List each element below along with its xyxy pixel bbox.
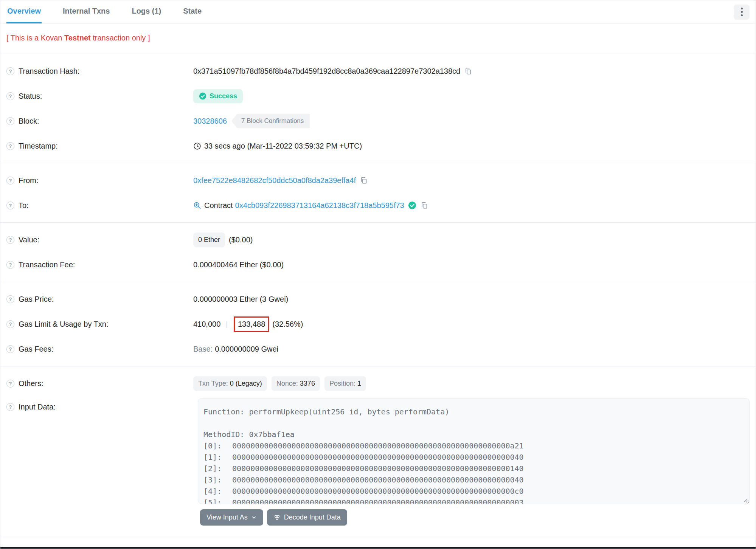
input-word-row: [0]:000000000000000000000000000000000000…: [203, 440, 744, 451]
kebab-menu-icon: [741, 8, 743, 9]
section-gas: ? Gas Price: 0.000000003 Ether (3 Gwei) …: [0, 282, 756, 366]
status-badge: Success: [193, 89, 243, 103]
status-label: Status:: [19, 92, 42, 101]
input-word-row: [3]:000000000000000000000000000000000000…: [203, 474, 744, 485]
gas-limit-label: Gas Limit & Usage by Txn:: [19, 320, 109, 329]
help-icon[interactable]: ?: [6, 117, 14, 125]
view-input-as-button[interactable]: View Input As: [200, 509, 263, 526]
row-others: ? Others: Txn Type: 0 (Legacy) Nonce: 33…: [0, 371, 756, 396]
to-address-link[interactable]: 0x4cb093f226983713164a62138c3f718a5b595f…: [235, 201, 404, 210]
section-summary: ? Transaction Hash: 0x371a51097fb78df856…: [0, 54, 756, 163]
decode-input-data-button[interactable]: Decode Input Data: [267, 509, 347, 526]
gas-price-label: Gas Price:: [19, 295, 54, 304]
gas-divider: |: [226, 320, 228, 328]
input-function-line: Function: performUpkeep(uint256 id, byte…: [203, 406, 744, 417]
row-gas-fees: ? Gas Fees: Base: 0.000000009 Gwei: [0, 337, 756, 361]
to-contract-prefix: Contract: [204, 201, 233, 210]
transaction-fee-label: Transaction Fee:: [19, 261, 75, 269]
block-label: Block:: [19, 117, 39, 126]
txn-type-pill: Txn Type: 0 (Legacy): [193, 376, 267, 391]
position-pill: Position: 1: [324, 376, 366, 391]
copy-icon[interactable]: [464, 67, 472, 75]
check-circle-icon: [199, 92, 206, 100]
from-address-link[interactable]: 0xfee7522e8482682cf50ddc50a0f8da2a39effa…: [193, 176, 356, 185]
row-from: ? From: 0xfee7522e8482682cf50ddc50a0f8da…: [0, 168, 756, 193]
transaction-fee-value: 0.000400464 Ether ($0.00): [193, 261, 284, 269]
gas-base-label: Base:: [193, 345, 213, 354]
value-amount-pill: 0 Ether: [193, 233, 225, 247]
resize-handle-icon[interactable]: [743, 498, 748, 502]
help-icon[interactable]: ?: [6, 320, 14, 328]
help-icon[interactable]: ?: [6, 345, 14, 353]
from-label: From:: [19, 176, 38, 185]
row-status: ? Status: Success: [0, 84, 756, 109]
tab-overview[interactable]: Overview: [6, 0, 42, 23]
row-gas-limit-usage: ? Gas Limit & Usage by Txn: 410,000 | 13…: [0, 312, 756, 337]
value-usd: ($0.00): [229, 236, 253, 244]
kebab-menu-button[interactable]: [734, 5, 750, 20]
row-input-data: ? Input Data: Function: performUpkeep(ui…: [0, 398, 756, 504]
help-icon[interactable]: ?: [6, 236, 14, 244]
decode-icon: [273, 514, 281, 521]
timestamp-label: Timestamp:: [19, 142, 58, 150]
input-word-row: [5]:000000000000000000000000000000000000…: [203, 497, 744, 504]
input-word-row: [4]:000000000000000000000000000000000000…: [203, 485, 744, 497]
gas-base-value: 0.000000009 Gwei: [215, 345, 278, 354]
block-number-link[interactable]: 30328606: [193, 117, 227, 126]
timestamp-value: 33 secs ago (Mar-11-2022 03:59:32 PM +UT…: [204, 142, 362, 150]
input-word-row: [2]:000000000000000000000000000000000000…: [203, 463, 744, 474]
to-label: To:: [19, 201, 29, 210]
help-icon[interactable]: ?: [6, 380, 14, 388]
others-label: Others:: [19, 379, 43, 388]
help-icon[interactable]: ?: [6, 177, 14, 185]
gas-price-value: 0.000000003 Ether (3 Gwei): [193, 295, 288, 304]
row-timestamp: ? Timestamp: 33 secs ago (Mar-11-2022 03…: [0, 133, 756, 158]
input-data-label: Input Data:: [19, 403, 56, 411]
tab-logs[interactable]: Logs (1): [131, 0, 162, 23]
row-block: ? Block: 30328606 7 Block Confirmations: [0, 109, 756, 133]
row-transaction-fee: ? Transaction Fee: 0.000400464 Ether ($0…: [0, 252, 756, 277]
block-confirmations-badge: 7 Block Confirmations: [231, 114, 310, 128]
verified-check-icon: [408, 201, 416, 209]
row-value: ? Value: 0 Ether ($0.00): [0, 227, 756, 252]
help-icon[interactable]: ?: [6, 202, 14, 209]
transaction-hash-label: Transaction Hash:: [19, 67, 80, 76]
transaction-hash-value: 0x371a51097fb78df856f8b4a7bd459f192d8cc8…: [193, 67, 460, 76]
value-label: Value:: [19, 236, 39, 244]
nonce-pill: Nonce: 3376: [272, 376, 320, 391]
gas-used-value: 133,488: [238, 320, 265, 328]
clock-icon: [193, 142, 201, 150]
copy-icon[interactable]: [420, 201, 428, 209]
help-icon[interactable]: ?: [6, 295, 14, 303]
input-data-textarea[interactable]: Function: performUpkeep(uint256 id, byte…: [198, 398, 750, 504]
section-parties: ? From: 0xfee7522e8482682cf50ddc50a0f8da…: [0, 163, 756, 223]
help-icon[interactable]: ?: [6, 92, 14, 100]
input-word-row: [1]:000000000000000000000000000000000000…: [203, 451, 744, 463]
gas-used-annotation-box: 133,488: [234, 316, 269, 332]
gas-limit-value: 410,000: [193, 320, 220, 329]
testnet-warning: [ This is a Kovan Testnet transaction on…: [0, 24, 756, 54]
section-value: ? Value: 0 Ether ($0.00) ? Transaction F…: [0, 223, 756, 282]
tab-internal-txns[interactable]: Internal Txns: [62, 0, 110, 23]
copy-icon[interactable]: [360, 176, 368, 185]
help-icon[interactable]: ?: [6, 67, 14, 75]
help-icon[interactable]: ?: [6, 261, 14, 269]
help-icon[interactable]: ?: [6, 403, 14, 411]
transaction-detail-page: Overview Internal Txns Logs (1) State [ …: [0, 0, 756, 549]
row-gas-price: ? Gas Price: 0.000000003 Ether (3 Gwei): [0, 287, 756, 312]
zoom-in-icon[interactable]: [193, 202, 201, 209]
chevron-down-icon: [251, 515, 257, 520]
gas-used-percent: (32.56%): [272, 320, 303, 329]
window-bottom-edge: [0, 547, 756, 549]
section-others-input: ? Others: Txn Type: 0 (Legacy) Nonce: 33…: [0, 366, 756, 537]
gas-fees-label: Gas Fees:: [19, 345, 53, 354]
row-to: ? To: Contract 0x4cb093f226983713164a621…: [0, 193, 756, 218]
tab-bar: Overview Internal Txns Logs (1) State: [0, 0, 756, 24]
tab-state[interactable]: State: [182, 0, 202, 23]
input-data-actions: View Input As Decode Input Data: [200, 509, 756, 526]
row-transaction-hash: ? Transaction Hash: 0x371a51097fb78df856…: [0, 59, 756, 84]
help-icon[interactable]: ?: [6, 142, 14, 150]
input-methodid-line: MethodID: 0x7bbaf1ea: [203, 429, 744, 440]
